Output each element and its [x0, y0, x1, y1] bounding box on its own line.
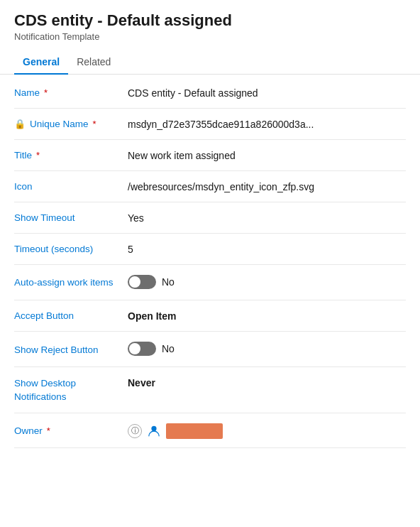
value-unique-name[interactable]: msdyn_d72e37355dcae911a826000d3a... — [128, 117, 406, 130]
field-show-desktop: Show Desktop Notifications Never — [14, 367, 406, 413]
label-timeout-seconds: Timeout (seconds) — [14, 242, 128, 254]
label-title: Title * — [14, 148, 128, 161]
required-indicator: * — [36, 150, 40, 161]
tab-general[interactable]: General — [14, 49, 68, 75]
label-show-timeout: Show Timeout — [14, 211, 128, 223]
toggle-thumb-show-reject — [129, 343, 140, 354]
toggle-label-auto-assign: No — [162, 276, 175, 288]
label-unique-name: 🔒 Unique Name * — [14, 117, 128, 129]
label-show-reject: Show Reject Button — [14, 343, 128, 355]
page-header: CDS entity - Default assigned Notificati… — [0, 0, 420, 42]
person-icon — [146, 423, 162, 439]
owner-name-bar[interactable] — [166, 423, 223, 439]
field-timeout-seconds: Timeout (seconds) 5 — [14, 234, 406, 265]
field-icon: Icon /webresources/msdyn_entity_icon_zfp… — [14, 171, 406, 202]
label-icon: Icon — [14, 180, 128, 192]
value-show-timeout[interactable]: Yes — [128, 211, 406, 224]
label-accept-button: Accept Button — [14, 309, 128, 321]
label-auto-assign: Auto-assign work items — [14, 275, 128, 290]
required-indicator: * — [44, 87, 48, 98]
field-show-timeout: Show Timeout Yes — [14, 202, 406, 234]
page-title: CDS entity - Default assigned — [14, 11, 406, 30]
lock-icon: 🔒 — [14, 119, 26, 129]
field-unique-name: 🔒 Unique Name * msdyn_d72e37355dcae911a8… — [14, 109, 406, 140]
field-owner: Owner * ⓘ — [14, 413, 406, 448]
toggle-track-show-reject[interactable] — [128, 342, 156, 356]
toggle-label-show-reject: No — [162, 343, 175, 354]
info-circle-icon: ⓘ — [128, 424, 142, 438]
value-auto-assign: No — [128, 273, 406, 291]
label-name: Name * — [14, 86, 128, 98]
value-show-reject: No — [128, 340, 406, 358]
field-show-reject: Show Reject Button No — [14, 332, 406, 367]
label-show-desktop: Show Desktop Notifications — [14, 376, 128, 404]
toggle-auto-assign[interactable]: No — [128, 275, 175, 289]
required-indicator: * — [93, 119, 96, 129]
value-name[interactable]: CDS entity - Default assigned — [128, 86, 406, 99]
tab-bar: General Related — [0, 49, 420, 75]
value-accept-button[interactable]: Open Item — [128, 309, 406, 322]
svg-point-0 — [151, 426, 156, 431]
field-title: Title * New work item assigned — [14, 140, 406, 171]
value-icon[interactable]: /webresources/msdyn_entity_icon_zfp.svg — [128, 180, 406, 192]
page-subtitle: Notification Template — [14, 31, 406, 42]
owner-row: ⓘ — [128, 423, 406, 439]
required-indicator: * — [47, 425, 50, 436]
value-title[interactable]: New work item assigned — [128, 148, 406, 161]
label-owner: Owner * — [14, 424, 128, 436]
form-container: Name * CDS entity - Default assigned 🔒 U… — [0, 77, 420, 448]
toggle-thumb-auto-assign — [129, 276, 140, 288]
tab-related[interactable]: Related — [68, 49, 119, 75]
value-timeout-seconds[interactable]: 5 — [128, 242, 406, 255]
value-show-desktop[interactable]: Never — [128, 376, 406, 389]
toggle-show-reject[interactable]: No — [128, 342, 175, 356]
field-auto-assign: Auto-assign work items No — [14, 265, 406, 300]
field-accept-button: Accept Button Open Item — [14, 300, 406, 332]
field-name: Name * CDS entity - Default assigned — [14, 77, 406, 109]
value-owner: ⓘ — [128, 422, 406, 439]
toggle-track-auto-assign[interactable] — [128, 275, 156, 289]
